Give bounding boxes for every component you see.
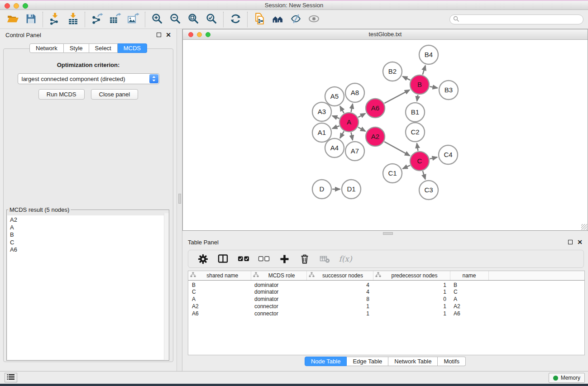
graph-edge-A6-B[interactable] bbox=[384, 90, 410, 104]
table-cell[interactable]: dominator bbox=[251, 280, 306, 288]
table-row[interactable]: Adominator80A bbox=[188, 295, 584, 303]
add-icon[interactable] bbox=[277, 253, 291, 265]
table-cell[interactable]: A bbox=[188, 295, 251, 303]
clipboard-network-button[interactable] bbox=[250, 11, 268, 28]
run-mcds-button[interactable]: Run MCDS bbox=[38, 89, 85, 100]
result-item[interactable]: A2 bbox=[10, 216, 168, 224]
column-header-name[interactable]: name bbox=[450, 271, 488, 280]
export-table-button[interactable] bbox=[106, 11, 124, 28]
close-panel-button[interactable]: Close panel bbox=[91, 89, 139, 100]
graph-node-A6[interactable]: A6 bbox=[366, 99, 385, 118]
graph-edge-B-B2[interactable] bbox=[403, 76, 411, 80]
column-header-shared-name[interactable]: shared name bbox=[188, 271, 251, 280]
tab-network-table[interactable]: Network Table bbox=[388, 357, 438, 366]
export-network-button[interactable] bbox=[88, 11, 106, 28]
graph-edge-B-B3[interactable] bbox=[430, 86, 438, 88]
graph-edge-C-C1[interactable] bbox=[403, 165, 410, 168]
import-network-button[interactable] bbox=[46, 11, 64, 28]
preview-button[interactable] bbox=[305, 11, 323, 28]
columns-icon[interactable] bbox=[216, 253, 230, 265]
gear-icon[interactable] bbox=[196, 253, 210, 265]
graph-node-B3[interactable]: B3 bbox=[439, 81, 458, 100]
graph-edge-C-C2[interactable] bbox=[417, 143, 418, 151]
memory-button[interactable]: Memory bbox=[549, 373, 585, 383]
graph-edge-B-B4[interactable] bbox=[423, 66, 425, 75]
save-session-button[interactable] bbox=[22, 11, 40, 28]
graph-edge-A-A5[interactable] bbox=[340, 106, 344, 113]
table-cell[interactable]: 1 bbox=[306, 310, 373, 317]
divider-grip[interactable] bbox=[178, 194, 181, 204]
horizontal-split-divider[interactable] bbox=[182, 231, 588, 236]
tab-motifs[interactable]: Motifs bbox=[438, 357, 466, 366]
table-cell[interactable]: C bbox=[188, 288, 251, 295]
tab-node-table[interactable]: Node Table bbox=[305, 357, 347, 366]
graph-node-A1[interactable]: A1 bbox=[312, 123, 331, 142]
graph-node-B[interactable]: B bbox=[410, 75, 429, 94]
graph-node-C4[interactable]: C4 bbox=[439, 145, 458, 164]
table-cell[interactable]: dominator bbox=[251, 288, 306, 295]
zoom-in-button[interactable] bbox=[148, 11, 166, 28]
table-cell[interactable]: A2 bbox=[450, 303, 488, 310]
graph-node-A[interactable]: A bbox=[339, 113, 359, 132]
graph-node-A2[interactable]: A2 bbox=[366, 127, 385, 146]
tab-edge-table[interactable]: Edge Table bbox=[347, 357, 388, 366]
table-cell[interactable]: 8 bbox=[306, 295, 373, 303]
select-all-icon[interactable] bbox=[237, 253, 250, 265]
divider-grip[interactable] bbox=[383, 232, 393, 235]
close-window-button[interactable] bbox=[5, 3, 10, 9]
delete-icon[interactable] bbox=[298, 253, 311, 265]
zoom-selected-button[interactable] bbox=[202, 11, 220, 28]
table-cell[interactable]: 1 bbox=[373, 280, 450, 288]
graph-node-C[interactable]: C bbox=[410, 152, 429, 171]
tab-select[interactable]: Select bbox=[89, 43, 118, 53]
graph-node-B2[interactable]: B2 bbox=[383, 62, 402, 81]
graph-node-A8[interactable]: A8 bbox=[345, 83, 364, 102]
table-cell[interactable]: 1 bbox=[373, 288, 450, 295]
import-table-button[interactable] bbox=[64, 11, 82, 28]
table-cell[interactable]: 1 bbox=[306, 303, 373, 310]
graph-node-A5[interactable]: A5 bbox=[325, 87, 344, 106]
graph-node-D[interactable]: D bbox=[312, 180, 331, 199]
table-cell[interactable]: connector bbox=[251, 310, 306, 317]
graph-edge-B-B1[interactable] bbox=[417, 95, 418, 101]
table-cell[interactable]: A2 bbox=[188, 303, 251, 310]
table-cell[interactable]: A6 bbox=[450, 310, 488, 317]
graph-edge-C-C4[interactable] bbox=[430, 157, 437, 159]
home-button[interactable] bbox=[268, 11, 287, 28]
graph-edge-A-A6[interactable] bbox=[358, 114, 365, 117]
graph-node-B1[interactable]: B1 bbox=[406, 103, 425, 122]
table-cell[interactable]: 1 bbox=[373, 303, 450, 310]
graph-node-A7[interactable]: A7 bbox=[345, 142, 364, 161]
result-item[interactable]: B bbox=[10, 231, 168, 239]
vertical-split-divider[interactable] bbox=[177, 29, 182, 371]
graph-edge-A-A3[interactable] bbox=[332, 116, 339, 119]
maximize-network-button[interactable] bbox=[206, 32, 210, 37]
result-list-scrollbar[interactable] bbox=[164, 213, 169, 360]
result-item[interactable]: A6 bbox=[10, 246, 168, 254]
graph-edge-C-C3[interactable] bbox=[423, 171, 425, 179]
graph-node-C3[interactable]: C3 bbox=[419, 181, 438, 200]
minimize-network-button[interactable] bbox=[197, 32, 202, 37]
graph-edge-A-A7[interactable] bbox=[351, 133, 353, 140]
maximize-window-button[interactable] bbox=[23, 3, 28, 9]
graph-node-A3[interactable]: A3 bbox=[312, 102, 331, 121]
graph-node-B4[interactable]: B4 bbox=[419, 45, 438, 64]
graph-node-C1[interactable]: C1 bbox=[383, 164, 402, 183]
table-cell[interactable]: B bbox=[188, 280, 251, 288]
optimization-select[interactable]: largest connected component (directed) bbox=[18, 73, 159, 84]
graph-node-C2[interactable]: C2 bbox=[406, 123, 425, 142]
tab-style[interactable]: Style bbox=[64, 43, 89, 53]
minimize-window-button[interactable] bbox=[14, 3, 19, 9]
resize-grip-icon[interactable] bbox=[581, 224, 587, 230]
close-panel-icon[interactable]: ✕ bbox=[166, 33, 171, 37]
table-cell[interactable]: dominator bbox=[251, 295, 306, 303]
graph-node-A4[interactable]: A4 bbox=[325, 138, 344, 157]
zoom-fit-button[interactable] bbox=[184, 11, 202, 28]
table-cell[interactable]: connector bbox=[251, 303, 306, 310]
graph-edge-A-A4[interactable] bbox=[340, 131, 344, 138]
table-row[interactable]: A6connector11A6 bbox=[188, 310, 584, 317]
table-cell[interactable]: 4 bbox=[306, 288, 373, 295]
table-cell[interactable]: 0 bbox=[373, 295, 450, 303]
result-item[interactable]: C bbox=[10, 239, 168, 247]
float-panel-icon[interactable] bbox=[157, 33, 161, 37]
